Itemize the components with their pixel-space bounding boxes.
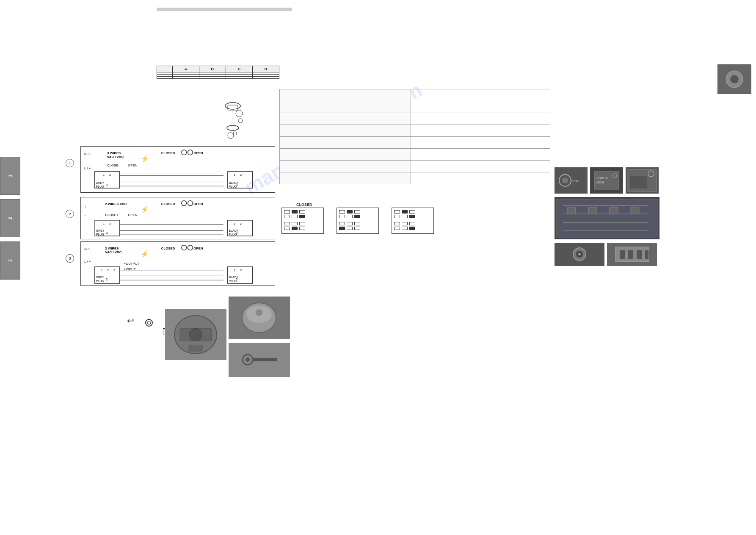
info-row-4 (280, 125, 550, 137)
svg-point-17 (182, 150, 187, 155)
section-num-3: 3 (66, 254, 74, 263)
spec-col-header-0 (157, 66, 173, 72)
svg-text:OPEN: OPEN (193, 247, 203, 250)
dip-row-3-top2 (394, 222, 431, 225)
section-num-1: 1 (66, 159, 74, 167)
svg-point-5 (228, 133, 234, 139)
spec-col-header-1: A (172, 66, 199, 72)
svg-rect-101 (630, 176, 647, 188)
info-cell-5-right (411, 137, 550, 149)
spec-cell-3-0 (157, 77, 173, 79)
svg-text:PLUG: PLUG (96, 233, 104, 236)
svg-text:+INPUT: +INPUT (124, 267, 135, 271)
sidebar-tab-3: 3 (0, 241, 20, 280)
svg-point-3 (238, 119, 243, 123)
info-cell-2-left (280, 101, 411, 113)
svg-text:3: 3 (236, 231, 237, 234)
info-cell-4-left (280, 125, 411, 137)
svg-text:N / -: N / - (84, 247, 91, 251)
info-cell-7-right (411, 161, 550, 172)
dip-btn-3-5 (402, 215, 408, 218)
wiring-diagram-1-container: 1 N / - L / + 3 WIRES VAC / VDC ⚡ CLOSED… (80, 146, 275, 194)
svg-rect-119 (628, 250, 633, 259)
svg-text:2 WIRES VDC: 2 WIRES VDC (105, 202, 127, 206)
closed-label: CLOSED (296, 202, 312, 207)
exploded-svg (207, 97, 258, 144)
svg-text:-: - (85, 213, 86, 217)
dip-row-3-bottom (394, 215, 431, 218)
svg-point-136 (246, 358, 250, 362)
svg-text:1: 1 (234, 173, 236, 176)
dip-row-1-top (284, 210, 321, 213)
page-container: manualsarchive.com 1 2 3 A B C D (0, 0, 756, 535)
spec-col-header-4: D (252, 66, 279, 72)
svg-text:OPEN: OPEN (128, 164, 138, 167)
dip-btn-2-10 (339, 227, 345, 230)
svg-text:GREY: GREY (96, 229, 105, 232)
wiring-diagram-3-container: 3 N / - L / + 2 WIRES VAC / VDC ⚡ CLOSED… (80, 241, 275, 287)
svg-point-127 (189, 328, 202, 341)
dip-btn-1-6 (299, 215, 305, 218)
dip-btn-1-9 (299, 222, 305, 225)
dip-btn-1-5 (292, 215, 298, 218)
svg-text:2: 2 (240, 269, 242, 272)
svg-rect-120 (637, 250, 642, 259)
svg-text:MCAL: MCAL (596, 181, 605, 184)
control-photo-2-svg: CONTRI MCAL (590, 167, 623, 194)
control-photo-3-svg (626, 167, 659, 194)
dip-btn-3-1 (394, 210, 400, 213)
svg-text:2: 2 (109, 173, 111, 176)
svg-text:+OUTPUT: +OUTPUT (124, 262, 139, 266)
spec-table: A B C D (157, 66, 279, 79)
svg-text:3: 3 (106, 183, 108, 186)
dip-btn-3-7 (394, 222, 400, 225)
top-bar (157, 8, 292, 11)
svg-text:VAC / VDC: VAC / VDC (107, 155, 124, 159)
key-photo (229, 343, 290, 378)
dip-switch-2 (337, 208, 379, 234)
dip-row-1-top2 (284, 222, 321, 225)
dip-btn-1-4 (284, 215, 290, 218)
dip-btn-3-2 (402, 210, 408, 213)
spiral-symbol: ↩ (127, 316, 134, 326)
dip-btn-2-4 (339, 215, 345, 218)
circuit-board-svg (555, 197, 659, 239)
svg-rect-128 (188, 345, 203, 352)
dip-btn-1-1 (284, 210, 290, 213)
right-photo-row-2 (555, 243, 659, 267)
svg-text:3: 3 (236, 278, 237, 281)
dip-btn-1-10 (284, 227, 290, 230)
info-cell-4-right (411, 125, 550, 137)
dip-btn-3-11 (402, 227, 408, 230)
svg-text:VAC / VDC: VAC / VDC (105, 250, 121, 254)
info-row-6 (280, 149, 550, 161)
svg-point-115 (578, 253, 581, 255)
info-row-8 (280, 172, 550, 184)
info-row-1 (280, 89, 550, 101)
dip-row-3-bottom2 (394, 227, 431, 230)
svg-rect-111 (631, 208, 639, 214)
dip-switch-1 (281, 208, 324, 234)
svg-text:CLOSED: CLOSED (161, 151, 175, 155)
dip-row-2-top2 (339, 222, 376, 225)
info-cell-8-left (280, 172, 411, 184)
svg-point-91 (562, 177, 568, 183)
svg-text:OPEN: OPEN (193, 202, 203, 206)
dip-btn-2-7 (339, 222, 345, 225)
spec-cell-3-1 (172, 77, 199, 79)
dip-btn-3-3 (409, 210, 415, 213)
svg-rect-108 (567, 208, 576, 214)
dip-btn-1-3 (299, 210, 305, 213)
wiring-diagram-3-svg: N / - L / + 2 WIRES VAC / VDC ⚡ CLOSED O… (80, 241, 275, 286)
dip-row-2-bottom2 (339, 227, 376, 230)
dip-btn-2-12 (354, 227, 360, 230)
dip-row-1-bottom2 (284, 227, 321, 230)
control-photo-1-svg: CTRL (555, 167, 588, 194)
svg-point-10 (730, 75, 739, 83)
sidebar-tab-3-label: 3 (8, 259, 13, 262)
svg-text:PLUG: PLUG (96, 185, 104, 188)
svg-point-68 (182, 245, 187, 250)
svg-point-4 (227, 125, 239, 130)
svg-point-6 (233, 132, 237, 135)
component-photo-1-svg (555, 243, 604, 266)
